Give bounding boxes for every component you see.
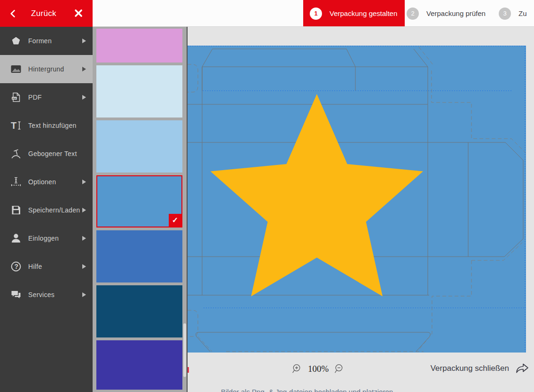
zoom-in-icon[interactable] bbox=[291, 363, 303, 375]
pdf-file-icon: PDF bbox=[10, 92, 22, 103]
chevron-right-icon bbox=[82, 208, 86, 212]
question-icon: ? bbox=[10, 261, 22, 272]
close-packaging-button[interactable]: Verpackung schließen bbox=[431, 362, 529, 375]
back-button[interactable]: Zurück bbox=[0, 9, 56, 18]
sidebar-item-hintergrund[interactable]: Hintergrund bbox=[0, 55, 93, 83]
sidebar-item-label: Text hinzufügen bbox=[28, 122, 77, 129]
sidebar-item-einloggen[interactable]: Einloggen bbox=[0, 224, 93, 252]
step-label: Zu bbox=[518, 9, 527, 17]
glue-flap-right-bottom bbox=[419, 260, 471, 350]
chevron-left-icon bbox=[8, 9, 18, 18]
step-three[interactable]: 3 Zu bbox=[499, 0, 527, 27]
step-bar: 1 Verpackung gestalten 2 Verpackung prüf… bbox=[93, 0, 534, 27]
sidebar-item-label: Speichern/Laden bbox=[28, 206, 80, 214]
tuck-flap-outline bbox=[202, 49, 355, 91]
zoom-out-icon[interactable] bbox=[334, 363, 345, 375]
color-swatch[interactable] bbox=[96, 285, 182, 337]
sidebar-item-label: Gebogener Text bbox=[28, 150, 77, 157]
color-swatch[interactable] bbox=[96, 340, 182, 390]
sidebar-item-services[interactable]: Services bbox=[0, 281, 93, 309]
step-number-badge: 1 bbox=[310, 8, 322, 20]
close-packaging-label: Verpackung schließen bbox=[431, 364, 509, 373]
back-label: Zurück bbox=[31, 9, 56, 18]
person-icon bbox=[10, 233, 22, 244]
glue-flap-right-top bbox=[432, 71, 526, 154]
sidebar-item-label: Hintergrund bbox=[28, 65, 64, 73]
color-swatch[interactable] bbox=[96, 29, 182, 63]
step-number-badge: 3 bbox=[499, 8, 511, 20]
dieline-drawing bbox=[188, 46, 526, 353]
color-swatch-selected[interactable]: ✓ bbox=[96, 175, 182, 227]
chevron-right-icon bbox=[82, 264, 86, 269]
sidebar-item-pdf[interactable]: PDF PDF bbox=[0, 83, 93, 111]
background-colors-panel: ✓ bbox=[93, 27, 187, 392]
sidebar-item-gebogener-text[interactable]: Gebogener Text bbox=[0, 140, 93, 168]
svg-text:T: T bbox=[11, 120, 16, 131]
zoom-level: 100% bbox=[308, 364, 329, 374]
floppy-icon bbox=[10, 204, 22, 216]
step-number-badge: 2 bbox=[407, 8, 419, 20]
step-check-packaging[interactable]: 2 Verpackung prüfen bbox=[407, 0, 486, 27]
forward-arrow-icon bbox=[515, 362, 529, 375]
svg-text:PDF: PDF bbox=[12, 97, 16, 100]
glue-flap-left-bottom bbox=[188, 310, 198, 337]
sidebar-item-speichern-laden[interactable]: Speichern/Laden bbox=[0, 196, 93, 224]
step-design-packaging[interactable]: 1 Verpackung gestalten bbox=[303, 0, 405, 27]
glue-flap-left-top bbox=[188, 64, 198, 92]
packaging-artwork[interactable] bbox=[188, 46, 526, 353]
sidebar-item-label: PDF bbox=[28, 94, 42, 101]
text-cursor-icon: T bbox=[10, 120, 22, 131]
step-label: Verpackung prüfen bbox=[426, 9, 486, 17]
chevron-right-icon bbox=[82, 39, 86, 43]
chevron-right-icon bbox=[82, 95, 86, 100]
image-icon bbox=[10, 63, 22, 75]
close-icon[interactable] bbox=[73, 8, 84, 19]
sidebar-item-label: Einloggen bbox=[28, 235, 59, 242]
zoom-controls: 100% bbox=[291, 363, 345, 375]
svg-text:?: ? bbox=[15, 263, 19, 270]
hint-text-clipped: Bilder als Png- & Jpg-dateien hochladen … bbox=[221, 388, 442, 392]
check-icon: ✓ bbox=[169, 214, 181, 227]
pentagon-icon bbox=[10, 35, 22, 47]
sidebar-item-optionen[interactable]: Optionen bbox=[0, 168, 93, 196]
sidebar-item-formen[interactable]: Formen bbox=[0, 27, 93, 55]
design-canvas[interactable]: 100% Verpackung schließen Bilder als Png… bbox=[187, 27, 534, 392]
app-header: Zurück bbox=[0, 0, 93, 27]
color-swatch[interactable] bbox=[96, 230, 182, 282]
sidebar-item-label: Formen bbox=[28, 37, 52, 45]
chevron-right-icon bbox=[82, 180, 86, 184]
sidebar-item-label: Services bbox=[28, 291, 55, 298]
step-label: Verpackung gestalten bbox=[330, 9, 397, 17]
sidebar-item-text-hinzufuegen[interactable]: T Text hinzufügen bbox=[0, 111, 93, 140]
sidebar-item-label: Optionen bbox=[28, 178, 56, 186]
panel-scrollbar-thumb[interactable] bbox=[183, 323, 186, 377]
color-swatch[interactable] bbox=[96, 120, 182, 172]
chat-icon bbox=[10, 289, 22, 300]
dimension-icon bbox=[10, 176, 22, 188]
chevron-right-icon bbox=[82, 67, 86, 71]
curved-text-icon bbox=[10, 148, 22, 159]
sidebar-item-label: Hilfe bbox=[28, 263, 42, 270]
color-swatch[interactable] bbox=[96, 65, 182, 118]
star-shape[interactable] bbox=[211, 94, 423, 297]
panel-divider bbox=[187, 27, 188, 392]
chevron-right-icon bbox=[82, 236, 86, 241]
chevron-right-icon bbox=[82, 292, 86, 297]
sidebar-item-hilfe[interactable]: ? Hilfe bbox=[0, 252, 93, 281]
sidebar: Formen Hintergrund PDF PDF T Text hinzuf… bbox=[0, 27, 93, 392]
